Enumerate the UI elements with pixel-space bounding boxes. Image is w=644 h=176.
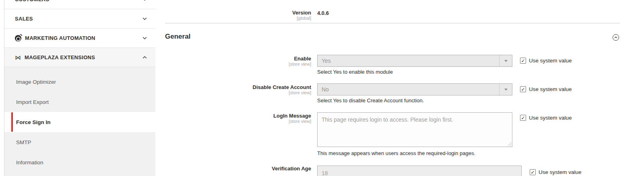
version-value: 4.0.6	[317, 10, 329, 16]
chevron-down-icon	[142, 16, 147, 21]
submenu-item-label: Force Sign In	[16, 119, 51, 125]
enable-label: Enable	[165, 56, 311, 62]
login-message-note: This message appears when users access t…	[317, 150, 475, 156]
enable-use-system-value-checkbox[interactable]: ✓	[520, 58, 526, 64]
disable-create-account-label-block: Disable Create Account [store view]	[165, 84, 311, 95]
disable-create-account-use-system-value-checkbox[interactable]: ✓	[520, 86, 526, 92]
disable-create-account-select-value: No	[322, 86, 499, 93]
verification-age-value: 18	[322, 170, 328, 176]
enable-scope: [store view]	[165, 62, 311, 67]
disable-create-account-label: Disable Create Account	[165, 84, 311, 90]
login-message-use-system-value: ✓ Use system value	[520, 115, 572, 121]
config-nav-sidebar: CUSTOMERS SALES MARKETING AUTOMATION ⋈ M…	[4, 0, 155, 176]
chevron-down-icon	[142, 35, 147, 41]
nav-section-mageplaza-extensions[interactable]: ⋈ MAGEPLAZA EXTENSIONS	[4, 48, 155, 67]
enable-select[interactable]: Yes	[317, 55, 512, 67]
select-arrow-icon	[499, 84, 512, 95]
submenu-item-image-optimizer[interactable]: Image Optimizer	[4, 72, 155, 92]
version-label-block: Version [global]	[165, 10, 311, 21]
login-message-label: LogIn Message	[165, 113, 311, 119]
login-message-use-system-value-checkbox[interactable]: ✓	[520, 115, 526, 121]
submenu-item-import-export[interactable]: Import Export	[4, 92, 155, 112]
login-message-placeholder: This page requires login to access. Plea…	[322, 116, 453, 123]
use-system-value-label: Use system value	[529, 86, 572, 92]
submenu-item-label: Import Export	[16, 99, 49, 105]
resize-grip-icon[interactable]	[508, 142, 512, 146]
use-system-value-label: Use system value	[529, 58, 572, 64]
nav-section-customers[interactable]: CUSTOMERS	[4, 0, 155, 9]
login-message-label-block: LogIn Message [store view]	[165, 113, 311, 124]
submenu-item-force-sign-in[interactable]: Force Sign In	[4, 112, 155, 132]
login-message-textarea[interactable]: This page requires login to access. Plea…	[317, 112, 512, 147]
use-system-value-label: Use system value	[529, 115, 572, 121]
enable-note: Select Yes to enable this module	[317, 69, 393, 75]
verification-age-use-system-value: ✓ Use system value	[530, 169, 582, 175]
select-arrow-icon	[499, 55, 512, 66]
version-scope: [global]	[165, 16, 311, 21]
marketing-automation-icon	[15, 35, 21, 41]
use-system-value-label: Use system value	[539, 169, 582, 175]
submenu-item-smtp[interactable]: SMTP	[4, 132, 155, 152]
nav-section-label: SALES	[15, 16, 142, 22]
chevron-down-icon	[142, 0, 147, 2]
submenu-item-label: SMTP	[16, 139, 31, 145]
verification-age-label: Verification Age	[165, 166, 311, 172]
verification-age-input[interactable]: 18	[317, 166, 522, 176]
disable-create-account-scope: [store view]	[165, 90, 311, 95]
disable-create-account-use-system-value: ✓ Use system value	[520, 86, 572, 92]
nav-section-marketing-automation[interactable]: MARKETING AUTOMATION	[4, 29, 155, 48]
enable-label-block: Enable [store view]	[165, 56, 311, 67]
mageplaza-icon: ⋈	[15, 54, 21, 60]
mageplaza-submenu: Image Optimizer Import Export Force Sign…	[4, 67, 155, 176]
disable-create-account-note: Select Yes to disable Create Account fun…	[317, 97, 424, 104]
nav-section-label: CUSTOMERS	[15, 0, 142, 2]
section-divider	[165, 23, 620, 23]
enable-select-value: Yes	[322, 58, 499, 64]
disable-create-account-select[interactable]: No	[317, 83, 512, 95]
verification-age-use-system-value-checkbox[interactable]: ✓	[530, 169, 536, 175]
collapse-section-icon[interactable]	[612, 34, 619, 41]
submenu-item-information[interactable]: Information	[4, 152, 155, 172]
nav-section-label: MAGEPLAZA EXTENSIONS	[25, 54, 142, 60]
version-label: Version	[165, 10, 311, 16]
chevron-up-icon	[142, 55, 147, 60]
verification-age-label-block: Verification Age	[165, 166, 311, 172]
submenu-item-label: Information	[16, 159, 43, 166]
login-message-scope: [store view]	[165, 119, 311, 124]
submenu-item-label: Image Optimizer	[16, 79, 56, 85]
nav-section-sales[interactable]: SALES	[4, 9, 155, 29]
general-section-title: General	[165, 33, 190, 41]
enable-use-system-value: ✓ Use system value	[520, 58, 572, 64]
nav-section-label: MARKETING AUTOMATION	[25, 35, 142, 41]
